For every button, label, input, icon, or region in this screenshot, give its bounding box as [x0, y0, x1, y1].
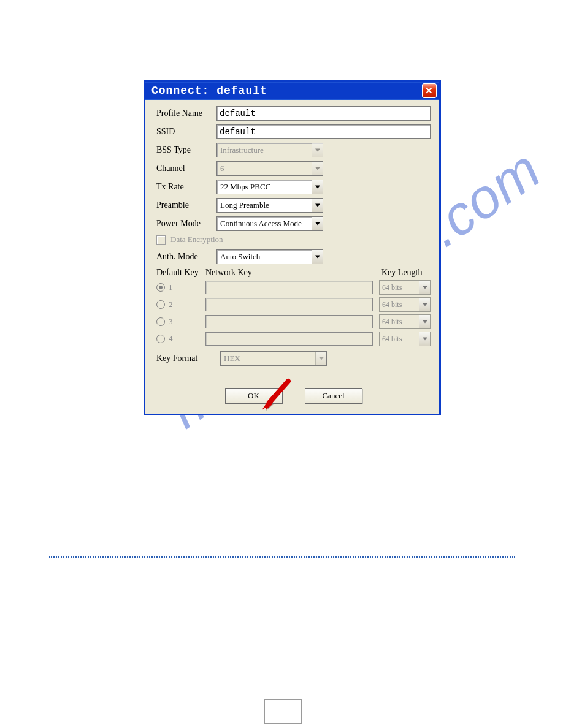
key-length-value-4: 64 bits — [380, 335, 404, 344]
key-radio-3 — [156, 317, 165, 326]
key-number-3: 3 — [169, 317, 173, 327]
key-input-2 — [205, 298, 373, 311]
channel-label: Channel — [156, 164, 216, 173]
key-length-value-3: 64 bits — [380, 317, 404, 327]
chevron-down-icon — [312, 250, 323, 264]
power-mode-combo[interactable]: Continuous Access Mode — [216, 216, 323, 231]
preamble-label: Preamble — [156, 200, 216, 210]
key-number-1: 1 — [169, 282, 173, 292]
key-row: 3 64 bits — [156, 314, 431, 329]
data-encryption-label: Data Encryption — [170, 235, 223, 245]
chevron-down-icon — [312, 199, 323, 212]
preamble-combo[interactable]: Long Preamble — [216, 198, 323, 213]
key-row: 4 64 bits — [156, 332, 431, 346]
profile-name-label: Profile Name — [156, 108, 216, 118]
ssid-label: SSID — [156, 127, 216, 137]
key-number-4: 4 — [169, 334, 173, 344]
chevron-down-icon — [312, 217, 323, 230]
ssid-input[interactable] — [216, 124, 431, 139]
key-length-label: Key Length — [381, 268, 431, 278]
bss-type-combo: Infrastructure — [216, 143, 323, 157]
network-key-label: Network Key — [205, 268, 381, 278]
chevron-down-icon — [312, 143, 323, 157]
preamble-value: Long Preamble — [217, 200, 272, 210]
close-icon: ✕ — [425, 85, 434, 96]
key-format-combo: HEX — [220, 351, 327, 366]
key-radio-4 — [156, 335, 165, 343]
chevron-down-icon — [419, 281, 430, 294]
channel-combo: 6 — [216, 161, 323, 176]
dotted-divider — [49, 556, 515, 558]
chevron-down-icon — [419, 315, 430, 328]
titlebar: Connect: default ✕ — [145, 82, 439, 100]
auth-mode-combo[interactable]: Auto Switch — [216, 249, 323, 264]
bss-type-value: Infrastructure — [217, 145, 267, 155]
key-length-combo-4: 64 bits — [379, 332, 431, 346]
key-radio-1 — [156, 283, 165, 292]
profile-name-input[interactable] — [216, 106, 431, 121]
chevron-down-icon — [315, 352, 326, 365]
channel-value: 6 — [217, 164, 228, 173]
power-mode-label: Power Mode — [156, 219, 216, 229]
key-length-combo-3: 64 bits — [379, 314, 431, 329]
key-number-2: 2 — [169, 300, 173, 309]
key-row: 1 64 bits — [156, 280, 431, 295]
power-mode-value: Continuous Access Mode — [217, 219, 305, 229]
tx-rate-combo[interactable]: 22 Mbps PBCC — [216, 180, 323, 194]
key-format-label: Key Format — [156, 354, 220, 363]
key-format-value: HEX — [221, 354, 243, 363]
data-encryption-checkbox — [156, 235, 166, 245]
tx-rate-value: 22 Mbps PBCC — [217, 182, 274, 192]
ok-button[interactable]: OK — [225, 388, 283, 404]
dialog-title: Connect: default — [151, 85, 267, 97]
chevron-down-icon — [419, 298, 430, 311]
tx-rate-label: Tx Rate — [156, 182, 216, 192]
default-key-label: Default Key — [156, 268, 205, 278]
bss-type-label: BSS Type — [156, 145, 216, 155]
key-radio-2 — [156, 300, 165, 309]
chevron-down-icon — [419, 332, 430, 346]
connect-dialog: Connect: default ✕ Profile Name SSID BSS… — [144, 80, 441, 415]
auth-mode-value: Auto Switch — [217, 252, 263, 262]
key-input-4 — [205, 332, 373, 346]
auth-mode-label: Auth. Mode — [156, 252, 216, 262]
page-number-box — [264, 699, 302, 724]
cancel-button[interactable]: Cancel — [305, 388, 362, 404]
key-input-3 — [205, 315, 373, 328]
close-button[interactable]: ✕ — [422, 83, 437, 98]
key-length-value-2: 64 bits — [380, 300, 404, 309]
key-length-combo-1: 64 bits — [379, 280, 431, 295]
key-length-value-1: 64 bits — [380, 283, 404, 292]
key-row: 2 64 bits — [156, 297, 431, 312]
chevron-down-icon — [312, 180, 323, 194]
key-input-1 — [205, 281, 373, 294]
key-length-combo-2: 64 bits — [379, 297, 431, 312]
chevron-down-icon — [312, 162, 323, 175]
